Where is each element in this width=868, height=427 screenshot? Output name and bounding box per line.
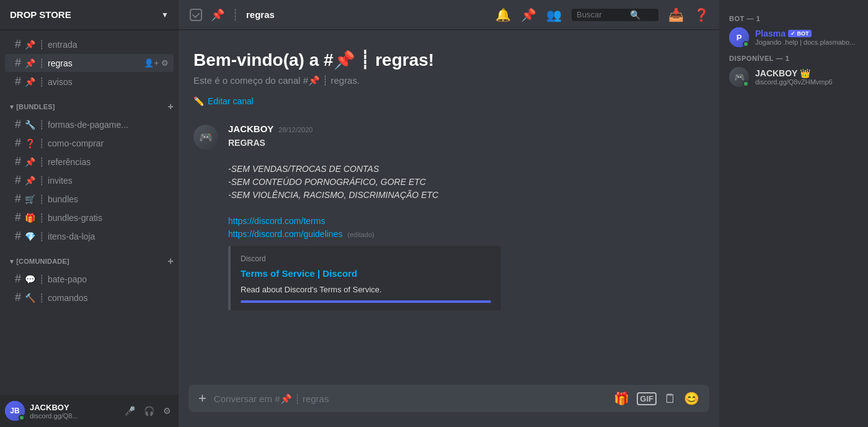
- category-bundles[interactable]: ▾ [BUNDLES] +: [0, 91, 179, 115]
- sticker-icon[interactable]: 🗒: [664, 392, 676, 406]
- message-author[interactable]: JACKBOY: [228, 124, 273, 134]
- top-bar: 📌 ┊ regras 🔔 📌 👥 🔍 📥 ❓: [179, 0, 719, 30]
- jackboy-info: JACKBOY 👑 discord.gg/Q8vZHMvmp6: [755, 68, 858, 86]
- embed-bar: [241, 300, 491, 303]
- input-icons: 🎁 GIF 🗒 😊: [614, 391, 699, 406]
- chevron-icon: ▾: [10, 258, 14, 266]
- channel-name-como-comprar: como-comprar: [48, 138, 169, 148]
- add-channel-icon[interactable]: +: [167, 101, 174, 112]
- welcome-title: Bem-vindo(a) a #📌 ┊ regras!: [193, 50, 704, 70]
- avatar: JB: [5, 401, 25, 421]
- hash-icon: #: [15, 272, 21, 285]
- channel-name-invites: invites: [48, 176, 169, 186]
- guidelines-link[interactable]: https://discord.com/guidelines: [228, 229, 342, 239]
- add-attachment-icon[interactable]: +: [198, 390, 206, 407]
- message-line-3: -SEM VIOLÊNCIA, RACISMO, DISCRIMINAÇÃO E…: [228, 190, 438, 200]
- category-comunidade[interactable]: ▾ [COMUNIDADE] +: [0, 246, 179, 269]
- channel-actions: 👤+ ⚙: [144, 58, 169, 68]
- channel-name-bate-papo: bate-papo: [48, 274, 169, 284]
- member-plasma[interactable]: P Plasma ✓ BOT Jogando .help | docs.plas…: [724, 25, 863, 50]
- channel-item-entrada[interactable]: # 📌 ┊ entrada: [5, 35, 174, 53]
- settings-icon[interactable]: ⚙: [161, 403, 174, 418]
- member-jackboy[interactable]: 🎮 JACKBOY 👑 discord.gg/Q8vZHMvmp6: [724, 65, 863, 89]
- channel-item-avisos[interactable]: # 📌 ┊ avisos: [5, 73, 174, 91]
- message-content: JACKBOY 28/12/2020 REGRAS -SEM VENDAS/TR…: [228, 124, 704, 310]
- channel-item-regras[interactable]: # 📌 ┊ regras 👤+ ⚙: [5, 54, 174, 72]
- hash-icon: #: [15, 38, 21, 51]
- server-name: DROP STORE: [10, 9, 71, 20]
- edit-channel-label: Editar canal: [208, 96, 254, 106]
- hash-icon: #: [15, 174, 21, 187]
- message-input-area: + 🎁 GIF 🗒 😊: [179, 385, 719, 427]
- search-input[interactable]: [577, 10, 626, 19]
- hash-icon: #: [15, 230, 21, 243]
- checkbox-icon: [188, 7, 203, 22]
- gif-icon[interactable]: GIF: [637, 392, 657, 405]
- channel-item-itens-da-loja[interactable]: # 💎 ┊ itens-da-loja: [5, 227, 174, 245]
- channel-item-bate-papo[interactable]: # 💬 ┊ bate-papo: [5, 270, 174, 288]
- embed-title[interactable]: Terms of Service | Discord: [241, 267, 491, 281]
- embed-description: Read about Discord's Terms of Service.: [241, 284, 491, 296]
- main-content: 📌 ┊ regras 🔔 📌 👥 🔍 📥 ❓ Bem-vindo(a) a #📌…: [179, 0, 719, 427]
- channel-item-formas[interactable]: # 🔧 ┊ formas-de-pagame...: [5, 115, 174, 133]
- user-controls: 🎤 🎧 ⚙: [122, 403, 174, 418]
- channel-item-bundles-gratis[interactable]: # 🎁 ┊ bundles-gratis: [5, 209, 174, 227]
- search-bar[interactable]: 🔍: [572, 9, 658, 21]
- message-input[interactable]: [214, 387, 606, 410]
- channel-content: Bem-vindo(a) a #📌 ┊ regras! Este é o com…: [179, 30, 719, 385]
- jackboy-avatar: 🎮: [729, 67, 749, 87]
- hash-icon: #: [15, 118, 21, 131]
- jackboy-name: JACKBOY 👑: [755, 68, 858, 78]
- inbox-icon[interactable]: 📥: [668, 7, 684, 22]
- divider: ┊: [232, 8, 239, 22]
- message-line-2: -SEM CONTEÚDO PORNOGRÁFICO, GORE ETC: [228, 177, 426, 187]
- server-header[interactable]: DROP STORE ▼: [0, 0, 179, 30]
- channel-name-formas: formas-de-pagame...: [48, 120, 169, 130]
- embed-provider: Discord: [241, 253, 491, 264]
- help-icon[interactable]: ❓: [694, 7, 709, 22]
- welcome-description: Este é o começo do canal #📌 ┊ regras.: [193, 75, 704, 86]
- pin-icon[interactable]: 📌: [521, 7, 536, 22]
- hash-icon: #: [15, 291, 21, 304]
- hash-icon: #: [15, 211, 21, 224]
- gift-icon[interactable]: 🎁: [614, 391, 629, 406]
- status-indicator: [19, 415, 25, 421]
- right-sidebar: BOT — 1 P Plasma ✓ BOT Jogando .help | d…: [719, 0, 868, 427]
- plasma-avatar: P: [729, 27, 749, 47]
- terms-link[interactable]: https://discord.com/terms: [228, 216, 325, 226]
- jackboy-activity: discord.gg/Q8vZHMvmp6: [755, 78, 858, 86]
- message-timestamp: 28/12/2020: [278, 126, 312, 133]
- pencil-icon: ✏️: [193, 96, 204, 106]
- bot-category-label: BOT — 1: [729, 15, 858, 22]
- channel-item-comandos[interactable]: # 🔨 ┊ comandos: [5, 289, 174, 307]
- category-label: [BUNDLES]: [16, 103, 55, 110]
- channel-name-avisos: avisos: [48, 77, 169, 87]
- notification-bell-icon[interactable]: 🔔: [495, 7, 511, 22]
- crown-icon: 👑: [800, 68, 810, 78]
- message-line-1: -SEM VENDAS/TROCAS DE CONTAS: [228, 164, 379, 174]
- status-indicator: [743, 81, 749, 87]
- channel-name-regras: regras: [48, 58, 140, 68]
- edit-channel-button[interactable]: ✏️ Editar canal: [193, 96, 704, 106]
- message-group: 🎮 JACKBOY 28/12/2020 REGRAS -SEM VENDAS/…: [179, 121, 719, 313]
- chevron-icon: ▾: [10, 103, 14, 111]
- channel-name-comandos: comandos: [48, 293, 169, 303]
- add-user-icon[interactable]: 👤+: [144, 58, 159, 68]
- plasma-info: Plasma ✓ BOT Jogando .help | docs.plasma…: [755, 29, 858, 46]
- channel-item-referencias[interactable]: # 📌 ┊ referências: [5, 153, 174, 171]
- channel-item-bundles[interactable]: # 🛒 ┊ bundles: [5, 190, 174, 208]
- message-header: JACKBOY 28/12/2020: [228, 124, 704, 134]
- settings-icon[interactable]: ⚙: [161, 58, 169, 68]
- members-list-icon[interactable]: 👥: [546, 7, 562, 22]
- emoji-icon[interactable]: 😊: [684, 391, 699, 406]
- channels-list: # 📌 ┊ entrada # 📌 ┊ regras 👤+ ⚙ # 📌 ┊ av…: [0, 30, 179, 395]
- add-channel-icon[interactable]: +: [167, 256, 174, 267]
- mute-icon[interactable]: 🎤: [122, 403, 138, 418]
- user-info: JACKBOY discord.gg/Q8...: [30, 403, 117, 420]
- channel-item-invites[interactable]: # 📌 ┊ invites: [5, 171, 174, 189]
- plasma-activity: Jogando .help | docs.plasmabo...: [755, 38, 858, 46]
- channel-emoji-top: 📌: [211, 8, 224, 22]
- message-input-wrapper: + 🎁 GIF 🗒 😊: [188, 385, 709, 412]
- deafen-icon[interactable]: 🎧: [141, 403, 157, 418]
- channel-item-como-comprar[interactable]: # ❓ ┊ como-comprar: [5, 134, 174, 152]
